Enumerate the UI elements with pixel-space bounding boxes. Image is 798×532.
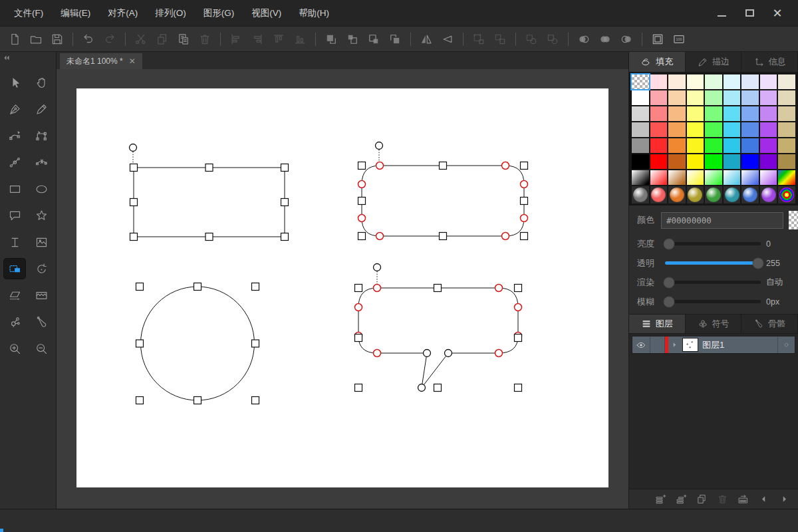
menu-view[interactable]: 视图(V) [243, 0, 290, 27]
bbox-handle[interactable] [440, 233, 447, 240]
rectangle-tool[interactable] [4, 179, 25, 199]
zigzag-tool[interactable] [31, 285, 52, 305]
ungroup-button[interactable] [490, 29, 510, 49]
curve-node-handle[interactable] [495, 350, 503, 357]
palette-swatch[interactable] [687, 90, 704, 105]
palette-swatch-sphere[interactable] [687, 186, 704, 203]
bbox-handle[interactable] [252, 340, 259, 347]
bbox-handle[interactable] [358, 162, 366, 170]
bbox-handle[interactable] [205, 164, 213, 172]
bbox-handle[interactable] [358, 233, 366, 240]
new-layer-button[interactable] [653, 492, 668, 507]
bbox-handle[interactable] [136, 283, 144, 291]
path-cut-tool[interactable] [31, 152, 52, 172]
text-tool[interactable] [4, 232, 25, 252]
curve-node-handle[interactable] [355, 304, 362, 311]
path-node-handle[interactable] [424, 350, 431, 357]
close-button[interactable]: ✕ [766, 5, 789, 22]
palette-swatch[interactable] [760, 138, 777, 153]
node-curve-tool[interactable] [4, 126, 25, 146]
menu-shape[interactable]: 图形(G) [195, 0, 243, 27]
palette-swatch[interactable] [724, 74, 741, 89]
brightness-slider[interactable] [665, 242, 761, 245]
palette-swatch[interactable] [724, 106, 741, 121]
rotation-handle[interactable] [130, 144, 137, 152]
palette-swatch[interactable] [705, 106, 722, 121]
bool-exclude-button[interactable] [616, 29, 636, 49]
blur-slider-thumb[interactable] [663, 296, 674, 307]
convert-layer-button[interactable] [735, 492, 750, 507]
align-right-button[interactable] [247, 29, 267, 49]
bool-union-button[interactable] [574, 29, 594, 49]
palette-swatch[interactable] [705, 74, 722, 89]
group-button[interactable] [469, 29, 489, 49]
palette-swatch[interactable] [778, 154, 795, 169]
bbox-handle[interactable] [515, 334, 522, 342]
palette-swatch[interactable] [724, 90, 741, 105]
palette-swatch[interactable] [632, 138, 649, 153]
trash-button[interactable] [195, 29, 215, 49]
bbox-handle[interactable] [434, 285, 442, 292]
minimize-button[interactable] [710, 5, 733, 22]
bbox-handle[interactable] [355, 285, 362, 292]
page-frame-button[interactable] [648, 29, 668, 49]
align-left-button[interactable] [226, 29, 246, 49]
palette-swatch-rainbow-gradient[interactable] [778, 170, 795, 185]
bbox-handle[interactable] [521, 198, 528, 205]
hand-tool[interactable] [31, 72, 52, 92]
palette-swatch[interactable] [687, 74, 704, 89]
palette-swatch[interactable] [705, 138, 722, 153]
palette-swatch-sphere[interactable] [650, 186, 668, 203]
circle-shape[interactable] [136, 283, 259, 404]
palette-swatch[interactable] [705, 170, 722, 185]
menu-align[interactable]: 对齐(A) [99, 0, 146, 27]
bbox-handle[interactable] [205, 233, 213, 241]
palette-swatch[interactable] [724, 138, 741, 153]
palette-swatch[interactable] [705, 122, 722, 137]
maximize-button[interactable] [738, 5, 761, 22]
tab-fill[interactable]: 填充 [629, 52, 686, 72]
layer-name[interactable]: 图层1 [700, 339, 777, 351]
bbox-handle[interactable] [130, 233, 138, 241]
ellipse-tool[interactable] [31, 179, 52, 199]
palette-swatch[interactable] [650, 154, 668, 169]
palette-swatch[interactable] [741, 106, 759, 121]
palette-swatch[interactable] [632, 154, 649, 169]
node-corner-tool[interactable] [31, 126, 52, 146]
next-arrow-button[interactable] [777, 492, 791, 507]
palette-swatch[interactable] [650, 106, 668, 121]
rotation-handle[interactable] [374, 264, 381, 271]
palette-swatch[interactable] [741, 170, 759, 185]
palette-swatch-sphere[interactable] [741, 186, 759, 203]
palette-swatch[interactable] [668, 122, 686, 137]
select-tool[interactable] [4, 72, 25, 92]
bone-tool[interactable] [31, 312, 52, 332]
bbox-handle[interactable] [440, 162, 447, 170]
shape-to-path-button[interactable] [521, 29, 541, 49]
zoom-100-button[interactable]: 100 [669, 29, 689, 49]
palette-swatch[interactable] [632, 90, 649, 105]
curve-node-handle[interactable] [502, 162, 509, 170]
palette-swatch[interactable] [705, 90, 722, 105]
tab-stroke[interactable]: 描边 [686, 52, 742, 72]
puppet-tool[interactable] [4, 312, 25, 332]
curve-node-handle[interactable] [374, 285, 381, 292]
rectangle-shape[interactable] [130, 144, 289, 241]
palette-swatch[interactable] [724, 154, 741, 169]
palette-swatch[interactable] [668, 90, 686, 105]
curve-node-handle[interactable] [376, 233, 384, 240]
speech-bubble-shape[interactable] [355, 264, 522, 392]
bbox-handle[interactable] [130, 164, 138, 172]
connector-tool[interactable] [4, 152, 25, 172]
tab-bones[interactable]: 骨骼 [741, 315, 798, 333]
send-to-back-button[interactable] [385, 29, 405, 49]
document-tab[interactable]: 未命名1 100% * ✕ [60, 53, 142, 69]
rotate-tool[interactable] [31, 259, 52, 279]
bbox-handle[interactable] [281, 164, 289, 172]
palette-swatch[interactable] [778, 90, 795, 105]
palette-swatch[interactable] [778, 74, 795, 89]
layer-row[interactable]: 图层1 [632, 336, 795, 354]
curve-node-handle[interactable] [521, 215, 528, 222]
cut-button[interactable] [131, 29, 151, 49]
duplicate-layer-button[interactable] [694, 492, 709, 507]
